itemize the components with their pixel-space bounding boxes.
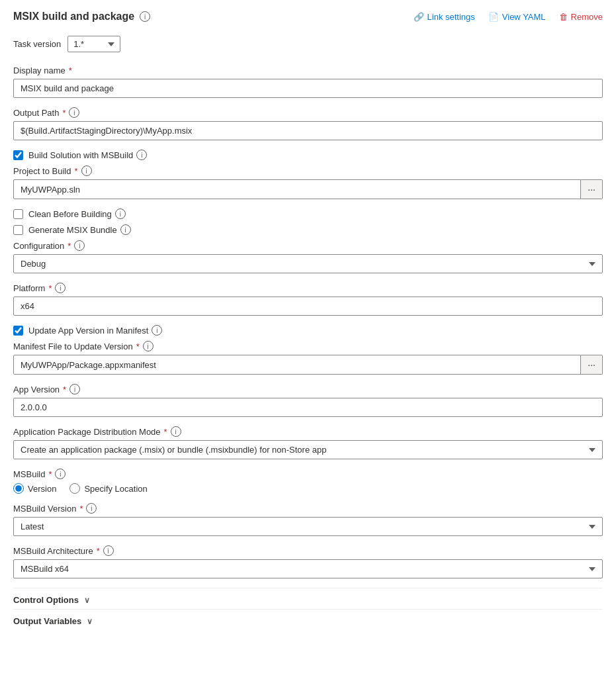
msbuild-version-group: MSBuild Version * i Latest 16.0 15.0 14.…	[13, 503, 603, 536]
display-name-group: Display name *	[13, 66, 603, 98]
app-version-info-icon[interactable]: i	[69, 384, 80, 394]
configuration-info-icon[interactable]: i	[74, 240, 85, 251]
msbuild-version-option[interactable]: Version	[13, 483, 56, 494]
remove-icon: 🗑	[559, 12, 568, 22]
task-version-row: Task version 1.* 0.*	[13, 36, 603, 52]
msbuild-group: MSBuild * i Version Specify Location	[13, 469, 603, 494]
manifest-file-ellipsis-button[interactable]: ···	[581, 355, 603, 375]
output-path-input[interactable]	[13, 121, 603, 140]
title-info-icon[interactable]: i	[140, 11, 150, 22]
manifest-file-input[interactable]	[13, 355, 581, 375]
build-solution-checkbox[interactable]	[13, 150, 23, 160]
header-actions: 🔗 Link settings 📄 View YAML 🗑 Remove	[414, 12, 603, 22]
remove-button[interactable]: 🗑 Remove	[559, 12, 603, 22]
msbuild-version-radio[interactable]	[13, 483, 24, 494]
link-icon: 🔗	[414, 12, 424, 22]
app-version-group: App Version * i	[13, 384, 603, 417]
distribution-mode-label: Application Package Distribution Mode * …	[13, 426, 603, 437]
display-name-input[interactable]	[13, 79, 603, 98]
control-options-label: Control Options	[13, 595, 79, 605]
task-version-select[interactable]: 1.* 0.*	[67, 36, 120, 52]
output-variables-chevron-icon: ∨	[87, 617, 93, 626]
clean-before-building-info-icon[interactable]: i	[115, 208, 126, 219]
msbuild-architecture-select[interactable]: MSBuild x64 MSBuild x86	[13, 559, 603, 578]
project-to-build-input-group: ···	[13, 179, 603, 199]
task-version-label: Task version	[13, 39, 61, 49]
distribution-mode-select[interactable]: Create an application package (.msix) or…	[13, 440, 603, 459]
update-app-version-row: Update App Version in Manifest i	[13, 325, 603, 336]
output-path-info-icon[interactable]: i	[69, 107, 79, 118]
build-solution-info-icon[interactable]: i	[136, 150, 147, 160]
build-solution-row: Build Solution with MSBuild i	[13, 150, 603, 160]
generate-msix-bundle-info-icon[interactable]: i	[120, 224, 131, 235]
msbuild-architecture-info-icon[interactable]: i	[103, 545, 114, 556]
msbuild-label-row: MSBuild * i	[13, 469, 603, 479]
update-app-version-info-icon[interactable]: i	[152, 325, 162, 336]
msbuild-version-select[interactable]: Latest 16.0 15.0 14.0	[13, 517, 603, 536]
configuration-label: Configuration * i	[13, 240, 603, 251]
msbuild-version-info-icon[interactable]: i	[86, 503, 97, 514]
header-left: MSIX build and package i	[13, 11, 150, 23]
output-variables-header[interactable]: Output Variables ∨	[13, 609, 603, 630]
manifest-file-info-icon[interactable]: i	[143, 341, 154, 351]
page-title: MSIX build and package	[13, 11, 134, 23]
manifest-file-label: Manifest File to Update Version * i	[13, 341, 603, 351]
page-header: MSIX build and package i 🔗 Link settings…	[13, 11, 603, 23]
manifest-file-input-group: ···	[13, 355, 603, 375]
project-to-build-label: Project to Build * i	[13, 165, 603, 176]
control-options-header[interactable]: Control Options ∨	[13, 588, 603, 609]
clean-before-building-row: Clean Before Building i	[13, 208, 603, 219]
configuration-select[interactable]: Debug Release	[13, 254, 603, 273]
link-settings-button[interactable]: 🔗 Link settings	[414, 12, 475, 22]
platform-label: Platform * i	[13, 283, 603, 293]
distribution-mode-group: Application Package Distribution Mode * …	[13, 426, 603, 459]
msbuild-radio-group: Version Specify Location	[13, 483, 603, 494]
clean-before-building-label[interactable]: Clean Before Building i	[28, 208, 126, 219]
clean-before-building-checkbox[interactable]	[13, 209, 23, 219]
output-path-label: Output Path * i	[13, 107, 603, 118]
configuration-group: Configuration * i Debug Release	[13, 240, 603, 273]
distribution-mode-info-icon[interactable]: i	[171, 426, 181, 437]
generate-msix-bundle-checkbox[interactable]	[13, 225, 23, 235]
control-options-chevron-icon: ∨	[84, 596, 90, 605]
project-to-build-info-icon[interactable]: i	[81, 165, 92, 176]
update-app-version-checkbox[interactable]	[13, 326, 23, 336]
output-variables-label: Output Variables	[13, 616, 81, 626]
manifest-file-group: Manifest File to Update Version * i ···	[13, 341, 603, 375]
project-to-build-input[interactable]	[13, 179, 581, 199]
msbuild-specify-radio[interactable]	[69, 483, 80, 494]
msbuild-architecture-group: MSBuild Architecture * i MSBuild x64 MSB…	[13, 545, 603, 578]
platform-info-icon[interactable]: i	[55, 283, 66, 293]
project-to-build-group: Project to Build * i ···	[13, 165, 603, 199]
view-yaml-button[interactable]: 📄 View YAML	[488, 12, 546, 22]
display-name-label: Display name *	[13, 66, 603, 75]
app-version-label: App Version * i	[13, 384, 603, 394]
app-version-input[interactable]	[13, 398, 603, 417]
platform-input[interactable]	[13, 297, 603, 316]
project-to-build-ellipsis-button[interactable]: ···	[581, 179, 603, 199]
yaml-icon: 📄	[488, 12, 499, 22]
update-app-version-label[interactable]: Update App Version in Manifest i	[28, 325, 162, 336]
platform-group: Platform * i	[13, 283, 603, 316]
msbuild-version-label: MSBuild Version * i	[13, 503, 603, 514]
generate-msix-bundle-label[interactable]: Generate MSIX Bundle i	[28, 224, 131, 235]
msbuild-info-icon[interactable]: i	[55, 469, 66, 479]
msbuild-architecture-label: MSBuild Architecture * i	[13, 545, 603, 556]
output-path-group: Output Path * i	[13, 107, 603, 140]
generate-msix-bundle-row: Generate MSIX Bundle i	[13, 224, 603, 235]
build-solution-label[interactable]: Build Solution with MSBuild i	[28, 150, 147, 160]
msbuild-specify-option[interactable]: Specify Location	[69, 483, 147, 494]
